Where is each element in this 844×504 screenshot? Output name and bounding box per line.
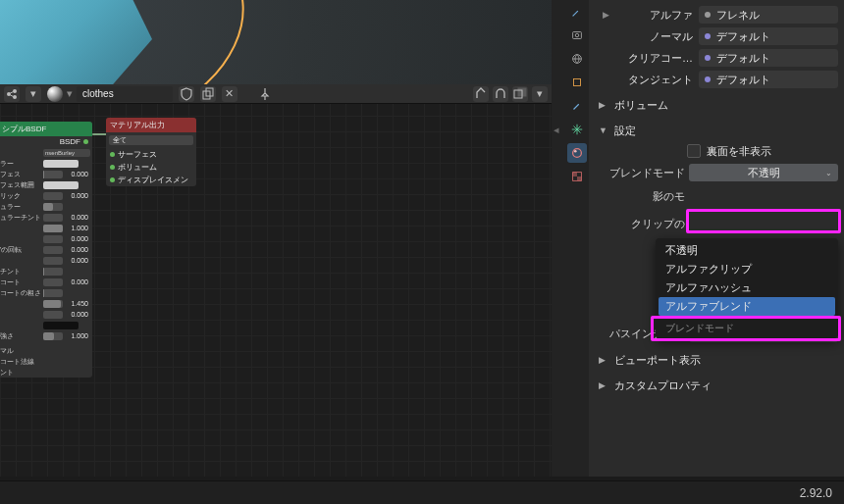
node-param-row[interactable]: 0.000	[0, 255, 92, 266]
dropdown-item[interactable]: 不透明	[656, 241, 838, 260]
shadow-mode-row: 影のモ	[601, 184, 838, 208]
node-param-row[interactable]: 1.450	[0, 298, 92, 309]
shield-icon[interactable]	[179, 86, 194, 102]
node-input-socket[interactable]: ボリューム	[106, 161, 196, 174]
backface-checkbox[interactable]	[687, 144, 701, 158]
node-param-row[interactable]: コートの粗さ	[0, 287, 92, 298]
node-param-row[interactable]: マル	[0, 345, 92, 356]
tab-texture-icon[interactable]	[567, 167, 587, 186]
tab-world-icon[interactable]	[567, 49, 587, 69]
param-slider[interactable]	[43, 332, 63, 340]
param-slider[interactable]	[43, 214, 63, 222]
node-param-row[interactable]: チント	[0, 266, 92, 277]
svg-point-2	[13, 95, 17, 99]
node-param-row[interactable]: ラー	[0, 158, 92, 169]
disclosure-down-icon: ▼	[599, 126, 608, 135]
svg-rect-7	[573, 32, 582, 39]
param-slider[interactable]	[43, 246, 63, 254]
property-label: タンジェント	[618, 73, 693, 87]
snap-icon[interactable]	[493, 86, 508, 102]
param-label: コート法線	[0, 357, 41, 367]
node-param-row[interactable]: コート0.000	[0, 277, 92, 287]
disclosure-right-icon[interactable]: ▶	[603, 10, 612, 20]
color-swatch[interactable]	[43, 160, 79, 168]
viewport-3d[interactable]	[0, 0, 552, 84]
backface-label: 裏面を非表示	[707, 144, 771, 159]
param-slider[interactable]	[43, 268, 63, 276]
node-param-row[interactable]: nsenBurley	[0, 147, 92, 158]
material-output-node[interactable]: マテリアル出力 全て サーフェスボリュームディスプレイスメン	[106, 118, 196, 186]
area-splitter[interactable]: ◂	[552, 0, 565, 477]
svg-rect-14	[573, 173, 577, 176]
chevron-down-icon[interactable]: ▾	[26, 86, 41, 102]
disclosure-right-icon: ▶	[599, 100, 608, 110]
property-value-select[interactable]: デフォルト	[699, 27, 838, 45]
param-slider[interactable]	[43, 289, 63, 297]
tab-modifier-icon[interactable]	[567, 96, 587, 116]
blend-mode-dropdown[interactable]: 不透明アルファクリップアルファハッシュアルファブレンド ブレンドモード	[656, 238, 838, 338]
param-enum[interactable]: nsenBurley	[43, 149, 90, 157]
dropdown-item[interactable]: アルファブレンド	[659, 297, 835, 316]
pin-icon[interactable]	[257, 86, 273, 102]
chevron-down-icon[interactable]: ▾	[532, 86, 548, 102]
node-editor[interactable]: ▾ ▾ clothes ✕ ▾	[0, 84, 552, 477]
param-slider[interactable]	[43, 278, 63, 286]
property-value-select[interactable]: デフォルト	[699, 49, 838, 67]
param-slider[interactable]	[43, 203, 63, 211]
dropdown-item[interactable]: アルファハッシュ	[656, 278, 838, 297]
editor-type-icon[interactable]	[4, 86, 20, 102]
property-label: アルファ	[618, 8, 693, 23]
parent-icon[interactable]	[473, 86, 489, 102]
node-param-row[interactable]: 強さ1.000	[0, 330, 92, 341]
section-settings[interactable]: ▼ 設定	[593, 120, 838, 141]
node-param-row[interactable]: コート法線	[0, 356, 92, 367]
section-volume[interactable]: ▶ ボリューム	[593, 94, 838, 116]
overlay-icon[interactable]	[512, 86, 528, 102]
color-swatch[interactable]	[43, 181, 79, 189]
property-value-select[interactable]: デフォルト	[699, 71, 838, 88]
dropdown-item[interactable]: アルファクリップ	[656, 260, 838, 278]
node-param-row[interactable]: リック0.000	[0, 190, 92, 201]
param-value: 0.000	[65, 214, 90, 221]
param-slider[interactable]	[43, 225, 63, 232]
property-value-select[interactable]: フレネル	[699, 6, 838, 24]
close-icon[interactable]: ✕	[222, 86, 237, 102]
material-selector[interactable]: ▾ clothes	[47, 86, 173, 102]
tab-object-icon[interactable]	[567, 73, 587, 92]
tab-tool-icon[interactable]	[567, 2, 587, 22]
node-param-row[interactable]	[0, 320, 92, 330]
param-label: マル	[0, 346, 41, 356]
tab-objectdata-icon[interactable]	[567, 120, 587, 139]
collapse-chevron-icon[interactable]: ◂	[554, 124, 559, 136]
node-input-socket[interactable]: サーフェス	[106, 148, 196, 161]
node-input-socket[interactable]: ディスプレイスメン	[106, 174, 196, 186]
color-swatch[interactable]	[43, 322, 79, 329]
param-slider[interactable]	[43, 257, 63, 265]
section-viewport[interactable]: ▶ ビューポート表示	[593, 349, 838, 371]
param-slider[interactable]	[43, 300, 63, 308]
principled-bsdf-node[interactable]: シプルBSDF BSDF nsenBurleyラーフェス0.000フェス範囲リッ…	[0, 122, 92, 378]
node-output-socket[interactable]: BSDF	[0, 136, 92, 147]
blend-mode-select[interactable]: 不透明 ⌄	[689, 164, 838, 181]
node-param-row[interactable]: ュラーチント0.000	[0, 212, 92, 223]
param-slider[interactable]	[43, 311, 63, 319]
node-param-row[interactable]: 0.000	[0, 309, 92, 320]
node-param-row[interactable]: フェス範囲	[0, 179, 92, 190]
param-slider[interactable]	[43, 171, 63, 178]
node-param-row[interactable]: 1.000	[0, 223, 92, 233]
node-param-row[interactable]: ュラー	[0, 201, 92, 212]
output-target-select[interactable]: 全て	[109, 135, 193, 145]
socket-dot-icon	[110, 177, 115, 182]
param-slider[interactable]	[43, 235, 63, 243]
section-custom-props[interactable]: ▶ カスタムプロパティ	[593, 375, 838, 396]
node-param-row[interactable]: フェス0.000	[0, 169, 92, 179]
material-name[interactable]: clothes	[77, 86, 173, 102]
node-param-row[interactable]: 0.000	[0, 233, 92, 244]
tab-material-icon[interactable]	[567, 143, 587, 163]
duplicate-icon[interactable]	[200, 86, 216, 102]
node-param-row[interactable]: ント	[0, 367, 92, 378]
param-slider[interactable]	[43, 192, 63, 200]
clip-threshold-label: クリップの	[601, 217, 685, 231]
tab-render-icon[interactable]	[567, 25, 587, 45]
node-param-row[interactable]: 'の回転0.000	[0, 244, 92, 255]
